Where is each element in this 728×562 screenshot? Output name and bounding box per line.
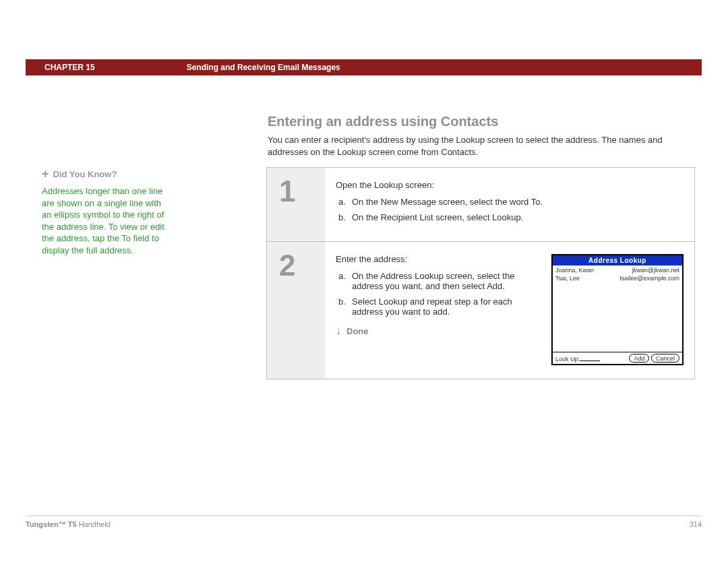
lookup-field[interactable]: Look Up: [555,354,600,363]
substep-letter: a. [338,197,352,207]
page-header: CHAPTER 15 Sending and Receiving Email M… [26,59,702,75]
arrow-down-icon: ↓ [336,325,341,337]
substep: b. Select Lookup and repeat step a for e… [336,296,542,317]
substep-text: On the Address Lookup screen, select the… [352,271,542,291]
screenshot-body: Joanna, Kwan jkwan@jkwan.net Tsai, Lee t… [553,266,682,352]
done-marker: ↓ Done [336,325,542,337]
steps-container: 1 Open the Lookup screen: a. On the New … [266,167,695,379]
sidebar-body: Addresses longer than one line are shown… [42,185,166,256]
list-item[interactable]: Joanna, Kwan jkwan@jkwan.net [555,267,679,275]
contact-name: Joanna, Kwan [555,267,594,275]
substep-letter: a. [338,271,352,291]
step-number: 1 [267,168,325,241]
substep: b. On the Recipient List screen, select … [336,212,684,222]
footer-product-rest: Handheld [77,520,111,528]
contact-name: Tsai, Lee [555,275,580,283]
sidebar-heading: + Did You Know? [42,167,166,181]
chapter-label: CHAPTER 15 [44,63,95,72]
substep-text: On the New Message screen, select the wo… [352,197,543,207]
step-1: 1 Open the Lookup screen: a. On the New … [267,168,694,242]
step-content: Open the Lookup screen: a. On the New Me… [325,168,694,241]
page-number: 314 [690,520,702,528]
list-item[interactable]: Tsai, Lee tsailee@example.com [555,275,679,283]
substep-letter: b. [338,212,352,222]
substep-letter: b. [338,296,352,317]
contact-email: jkwan@jkwan.net [632,267,679,275]
screenshot-title: Address Lookup [553,255,682,266]
device-screenshot: Address Lookup Joanna, Kwan jkwan@jkwan.… [551,254,684,365]
done-label: Done [346,326,369,336]
screenshot-footer: Look Up: Add Cancel [553,352,682,364]
step-content: Enter the address: a. On the Address Loo… [325,242,694,379]
lookup-input[interactable] [580,354,600,361]
contact-email: tsailee@example.com [619,275,679,283]
substep: a. On the New Message screen, select the… [336,197,684,207]
plus-icon: + [42,167,49,181]
intro-paragraph: You can enter a recipient's address by u… [268,134,696,158]
add-button[interactable]: Add [629,354,649,363]
sidebar-heading-text: Did You Know? [53,169,117,179]
step-lead: Enter the address: [336,254,542,264]
footer-product: Tungsten™ T5 Handheld [26,520,111,528]
did-you-know-sidebar: + Did You Know? Addresses longer than on… [42,167,166,256]
footer-product-bold: Tungsten™ T5 [26,520,77,528]
substep: a. On the Address Lookup screen, select … [336,271,542,291]
section-title: Entering an address using Contacts [268,114,498,129]
cancel-button[interactable]: Cancel [651,354,679,363]
step-number: 2 [267,242,325,379]
step-lead: Open the Lookup screen: [336,180,684,190]
step-2: 2 Enter the address: a. On the Address L… [267,242,694,379]
chapter-title: Sending and Receiving Email Messages [187,63,340,72]
lookup-label: Look Up: [555,356,580,363]
substep-text: On the Recipient List screen, select Loo… [352,212,523,222]
page-footer: Tungsten™ T5 Handheld 314 [26,516,702,528]
substep-text: Select Lookup and repeat step a for each… [352,296,542,317]
